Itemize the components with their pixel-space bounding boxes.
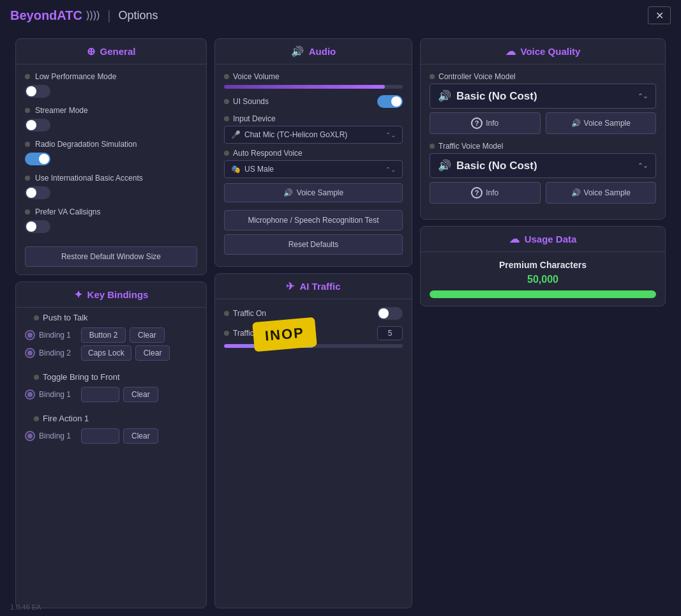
section-fire-action: Fire Action 1 Binding 1 Clear bbox=[16, 409, 206, 444]
traffic-model-buttons: ? Info 🔊 Voice Sample bbox=[430, 182, 656, 204]
voice-volume-slider[interactable] bbox=[224, 85, 403, 89]
general-body: Low Performance Mode Streamer Mode bbox=[16, 64, 206, 274]
toggle-radio[interactable] bbox=[25, 153, 50, 165]
auto-respond-icon: 🎭 bbox=[231, 165, 241, 174]
toggle-row-radio: Radio Degradation Simulation bbox=[25, 140, 197, 149]
toggle-low-perf[interactable] bbox=[25, 85, 50, 98]
version-text: 1.0.46 EA bbox=[10, 603, 41, 611]
keybindings-icon: ✦ bbox=[74, 289, 82, 301]
tbf-radio-1[interactable] bbox=[25, 389, 35, 400]
traffic-info-button[interactable]: ? Info bbox=[430, 182, 541, 204]
fa-key-chip-1 bbox=[81, 428, 119, 444]
title-bar-left: BeyondATC )))) | Options bbox=[10, 8, 158, 23]
toggle-traffic-on[interactable] bbox=[377, 307, 403, 320]
fa-binding-label-1: Binding 1 bbox=[39, 432, 77, 440]
toggle-group-streamer: Streamer Mode bbox=[25, 106, 197, 133]
ui-sounds-row: UI Sounds bbox=[224, 95, 403, 108]
voice-sample-text: Voice Sample bbox=[297, 188, 343, 197]
voice-quality-panel: ☁ Voice Quality Controller Voice Model 🔊… bbox=[420, 38, 666, 220]
controller-info-button[interactable]: ? Info bbox=[430, 112, 541, 134]
ptt-radio-inner-2 bbox=[27, 350, 33, 356]
auto-respond-value: US Male bbox=[244, 165, 274, 174]
traffic-model-dropdown[interactable]: 🔊 Basic (No Cost) ⌃⌄ bbox=[430, 153, 656, 178]
ptt-clear-2[interactable]: Clear bbox=[135, 345, 170, 361]
toggle-va[interactable] bbox=[25, 220, 50, 233]
auto-respond-arrow: ⌃⌄ bbox=[385, 166, 396, 173]
audio-icon: 🔊 bbox=[291, 45, 304, 57]
controller-sample-icon: 🔊 bbox=[571, 119, 581, 128]
reset-defaults-button[interactable]: Reset Defaults bbox=[224, 234, 403, 255]
dot-vol bbox=[224, 74, 229, 79]
logo-signal: )))) bbox=[86, 10, 100, 21]
ptt-radio-2[interactable] bbox=[25, 348, 35, 358]
thumb-va bbox=[26, 222, 36, 232]
usage-data-title: Usage Data bbox=[525, 234, 577, 244]
controller-sample-button[interactable]: 🔊 Voice Sample bbox=[546, 112, 657, 134]
ptt-clear-1[interactable]: Clear bbox=[130, 327, 165, 343]
char-count: 50,000 bbox=[430, 274, 656, 285]
track-accents bbox=[25, 186, 50, 199]
section-toggle-front: Toggle Bring to Front Binding 1 Clear bbox=[16, 367, 206, 402]
thumb-streamer bbox=[26, 120, 36, 130]
traffic-density-value[interactable]: 5 bbox=[377, 326, 403, 340]
thumb-traffic-on bbox=[378, 308, 389, 319]
tbf-label: Toggle Bring to Front bbox=[43, 372, 120, 382]
track-va bbox=[25, 220, 50, 233]
traffic-info-icon: ? bbox=[471, 187, 483, 199]
logo-text: BeyondATC bbox=[10, 8, 82, 23]
voice-sample-icon: 🔊 bbox=[283, 188, 293, 197]
input-device-arrow: ⌃⌄ bbox=[385, 131, 396, 139]
fa-radio-1[interactable] bbox=[25, 431, 35, 441]
dot-input bbox=[224, 116, 229, 121]
toggle-accents[interactable] bbox=[25, 186, 50, 199]
tbf-radio-inner-1 bbox=[27, 392, 33, 397]
ptt-binding-label-2: Binding 2 bbox=[39, 349, 77, 357]
traffic-sample-text: Voice Sample bbox=[584, 188, 631, 197]
controller-model-dropdown[interactable]: 🔊 Basic (No Cost) ⌃⌄ bbox=[430, 84, 656, 109]
premium-characters-label: Premium Characters bbox=[430, 260, 656, 270]
general-header: ⊕ General bbox=[16, 39, 206, 64]
ai-traffic-body: INOP Traffic On bbox=[215, 299, 412, 362]
fa-clear-1[interactable]: Clear bbox=[123, 428, 158, 444]
dot-traf bbox=[430, 144, 435, 149]
mic-test-button[interactable]: Microphone / Speech Recognition Test bbox=[224, 210, 403, 230]
voice-volume-fill bbox=[224, 85, 385, 89]
close-button[interactable]: ✕ bbox=[648, 6, 671, 24]
controller-sample-text: Voice Sample bbox=[584, 119, 631, 128]
voice-sample-button[interactable]: 🔊 Voice Sample bbox=[224, 183, 403, 202]
controller-model-text: Controller Voice Model bbox=[438, 72, 516, 81]
thumb-radio bbox=[39, 154, 49, 164]
voice-volume-label: Voice Volume bbox=[224, 72, 403, 81]
general-icon: ⊕ bbox=[87, 45, 95, 57]
toggle-streamer[interactable] bbox=[25, 119, 50, 131]
controller-model-arrow: ⌃⌄ bbox=[638, 93, 648, 100]
tbf-binding-1: Binding 1 Clear bbox=[25, 387, 197, 402]
auto-respond-dropdown[interactable]: 🎭 US Male ⌃⌄ bbox=[224, 160, 403, 178]
window-title: Options bbox=[118, 9, 158, 22]
ai-traffic-header: ✈ AI Traffic bbox=[215, 274, 412, 299]
controller-model-buttons: ? Info 🔊 Voice Sample bbox=[430, 112, 656, 134]
traffic-sample-icon: 🔊 bbox=[571, 188, 581, 197]
tbf-clear-1[interactable]: Clear bbox=[123, 387, 158, 402]
input-device-text: Input Device bbox=[233, 114, 276, 123]
traffic-on-text: Traffic On bbox=[233, 309, 266, 318]
thumb-low-perf bbox=[26, 86, 36, 96]
input-device-section: Input Device 🎤 Chat Mic (TC-Helicon GoXL… bbox=[224, 114, 403, 144]
ai-traffic-title: AI Traffic bbox=[299, 281, 340, 292]
controller-model-label: Controller Voice Model bbox=[430, 72, 656, 81]
voice-quality-title: Voice Quality bbox=[521, 46, 581, 57]
ptt-binding-1: Binding 1 Button 2 Clear bbox=[25, 327, 197, 343]
input-device-dropdown[interactable]: 🎤 Chat Mic (TC-Helicon GoXLR) ⌃⌄ bbox=[224, 126, 403, 144]
restore-default-button[interactable]: Restore Default Window Size bbox=[25, 246, 197, 267]
controller-model-value: Basic (No Cost) bbox=[456, 90, 537, 103]
traffic-sample-button[interactable]: 🔊 Voice Sample bbox=[546, 182, 657, 204]
toggle-ui-sounds[interactable] bbox=[377, 95, 403, 108]
usage-bar bbox=[430, 290, 656, 298]
section-dot-fa bbox=[34, 416, 39, 421]
ptt-radio-inner-1 bbox=[27, 333, 33, 338]
voice-volume-row: Voice Volume bbox=[224, 72, 403, 89]
ptt-radio-1[interactable] bbox=[25, 330, 35, 340]
section-dot-ptt bbox=[34, 315, 39, 320]
label-streamer: Streamer Mode bbox=[35, 106, 197, 115]
voice-quality-icon: ☁ bbox=[505, 45, 516, 57]
